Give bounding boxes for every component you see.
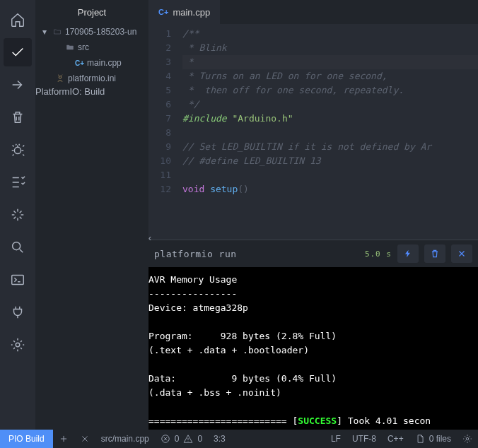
status-errors[interactable]: 0 0 <box>155 430 208 448</box>
tree-item[interactable]: src <box>41 40 146 55</box>
editor-area: C+ main.cpp 123456789101112 /** * Blink … <box>148 0 478 430</box>
bug-icon[interactable] <box>4 136 32 164</box>
tree-root[interactable]: ▾ 170905-185203-un <box>41 24 146 40</box>
editor-tabs: C+ main.cpp <box>148 0 478 24</box>
check-icon[interactable] <box>4 38 32 66</box>
status-files[interactable]: 0 files <box>409 430 457 448</box>
terminal-cmd: platformio run <box>154 249 359 259</box>
arrow-icon[interactable] <box>4 71 32 99</box>
status-file[interactable]: src/main.cpp <box>95 430 155 448</box>
cpp-icon: C+ <box>158 8 168 16</box>
status-pio[interactable]: PIO Build <box>0 430 53 448</box>
checklist-icon[interactable] <box>4 168 32 196</box>
chevron-left-icon[interactable]: ‹ <box>148 233 163 243</box>
svg-point-4 <box>59 76 62 79</box>
status-encoding[interactable]: UTF-8 <box>346 430 382 448</box>
code-editor[interactable]: 123456789101112 /** * Blink * * Turns on… <box>148 24 478 240</box>
tab-main[interactable]: C+ main.cpp <box>148 0 220 24</box>
status-close[interactable] <box>74 430 95 448</box>
search-icon[interactable] <box>4 233 32 261</box>
tree-root-label: 170905-185203-un <box>65 27 136 37</box>
activity-bar <box>0 0 35 430</box>
status-cursor[interactable]: 3:3 <box>208 430 231 448</box>
spark-icon[interactable] <box>4 201 32 229</box>
tree-item[interactable]: C+ main.cpp <box>41 55 146 71</box>
svg-point-0 <box>14 147 21 153</box>
plug-icon[interactable] <box>4 298 32 326</box>
status-gear-icon[interactable] <box>457 430 478 448</box>
clear-button[interactable] <box>424 244 445 263</box>
close-button[interactable] <box>451 244 472 263</box>
rerun-button[interactable] <box>397 244 419 263</box>
svg-point-6 <box>466 437 469 440</box>
trash-icon[interactable] <box>4 103 32 131</box>
tab-label: main.cpp <box>173 7 210 18</box>
code-source: /** * Blink * * Turns on an LED on for o… <box>178 24 478 240</box>
gear-icon[interactable] <box>4 331 32 359</box>
terminal-time: 5.0 s <box>365 249 392 259</box>
line-gutter: 123456789101112 <box>148 24 178 240</box>
svg-point-1 <box>13 242 21 250</box>
status-bar: PIO Build src/main.cpp 0 0 3:3 LF UTF-8 … <box>0 430 478 448</box>
build-tooltip: PlatformIO: Build <box>35 86 148 97</box>
home-icon[interactable] <box>4 6 32 34</box>
status-eol[interactable]: LF <box>325 430 346 448</box>
svg-rect-2 <box>12 276 24 285</box>
terminal-icon[interactable] <box>4 266 32 294</box>
svg-point-3 <box>16 343 20 347</box>
status-add[interactable] <box>53 430 74 448</box>
status-lang[interactable]: C++ <box>382 430 409 448</box>
tree-item[interactable]: platformio.ini <box>41 71 146 86</box>
project-panel: Project ▾ 170905-185203-un src C+ main.c… <box>35 0 148 430</box>
terminal-output[interactable]: AVR Memory Usage ---------------- Device… <box>148 267 478 430</box>
terminal-panel: ‹ platformio run 5.0 s AVR Memory Usage … <box>148 240 478 430</box>
panel-title: Project <box>35 0 148 24</box>
